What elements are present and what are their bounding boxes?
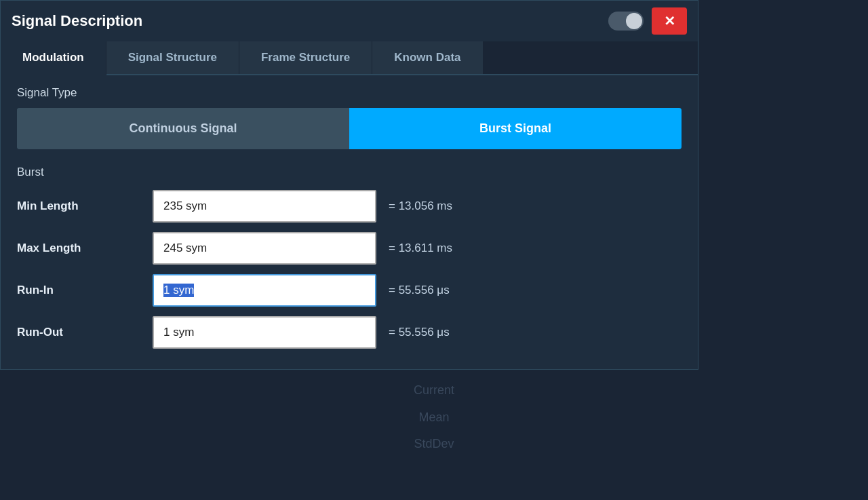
tab-known-data[interactable]: Known Data <box>372 41 483 74</box>
close-button[interactable]: ✕ <box>652 7 687 35</box>
title-bar: Signal Description ✕ <box>1 1 698 41</box>
run-out-label: Run-Out <box>17 326 153 339</box>
ghost-stddev: StdDev <box>414 431 454 458</box>
min-length-unit: = 13.056 ms <box>389 199 452 213</box>
continuous-signal-button[interactable]: Continuous Signal <box>17 108 349 149</box>
tab-signal-structure[interactable]: Signal Structure <box>106 41 239 74</box>
run-out-row: Run-Out = 55.556 μs <box>17 316 682 349</box>
max-length-label: Max Length <box>17 242 153 255</box>
run-in-row: Run-In = 55.556 μs <box>17 274 682 307</box>
tab-frame-structure[interactable]: Frame Structure <box>239 41 372 74</box>
min-length-label: Min Length <box>17 199 153 213</box>
max-length-input[interactable] <box>153 232 376 265</box>
toggle-switch[interactable] <box>608 12 644 31</box>
max-length-row: Max Length = 13.611 ms <box>17 232 682 265</box>
run-out-unit: = 55.556 μs <box>389 326 450 339</box>
run-out-input[interactable] <box>153 316 376 349</box>
tab-bar: Modulation Signal Structure Frame Struct… <box>1 41 698 75</box>
signal-type-label: Signal Type <box>17 86 682 100</box>
run-in-label: Run-In <box>17 284 153 297</box>
min-length-input[interactable] <box>153 190 376 223</box>
run-in-input[interactable] <box>153 274 376 307</box>
burst-section-label: Burst <box>17 166 682 179</box>
signal-description-dialog: Signal Description ✕ Modulation Signal S… <box>0 0 698 370</box>
dialog-title: Signal Description <box>12 12 142 30</box>
burst-signal-button[interactable]: Burst Signal <box>349 108 682 149</box>
ghost-mean-2: Mean <box>418 404 449 431</box>
tab-modulation[interactable]: Modulation <box>1 41 106 75</box>
dialog-content: Signal Type Continuous Signal Burst Sign… <box>1 75 698 369</box>
min-length-row: Min Length = 13.056 ms <box>17 190 682 223</box>
ghost-current-3: Current <box>414 377 454 404</box>
signal-type-group: Continuous Signal Burst Signal <box>17 108 682 149</box>
toggle-knob <box>626 13 642 29</box>
run-in-unit: = 55.556 μs <box>389 284 450 297</box>
max-length-unit: = 13.611 ms <box>389 242 452 255</box>
title-controls: ✕ <box>608 7 687 35</box>
